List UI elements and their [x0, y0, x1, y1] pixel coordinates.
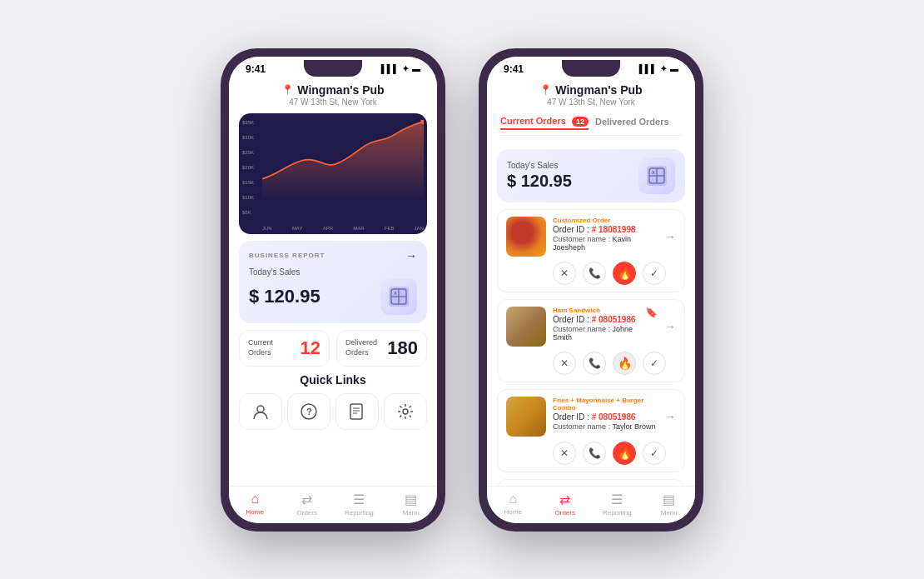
delivered-orders-label: DeliveredOrders: [345, 338, 377, 357]
chart-container: $35K $30K $25K $20K $15K $10K $5K: [239, 113, 427, 234]
orders-row: CurrentOrders 12 DeliveredOrders 180: [239, 330, 427, 367]
fire-button-1[interactable]: 🔥: [613, 262, 636, 285]
check-button-1[interactable]: ✓: [643, 262, 666, 285]
phone2-status-icons: ▌▌▌ ✦ ▬: [639, 64, 678, 73]
chart-y-label: $35K: [242, 120, 254, 125]
orders-icon2: ⇄: [559, 492, 570, 507]
tab-reporting-label: Reporting: [345, 509, 374, 517]
phone2-location-icon: 📍: [539, 84, 552, 96]
sales-banner-label: Today's Sales: [507, 161, 572, 170]
fire-button-3[interactable]: 🔥: [613, 442, 636, 465]
phone2-venue-address: 47 W 13th St, New York: [500, 97, 682, 107]
order-card-2-inner: Ham Sandwich Order ID : # 08051986 Custo…: [506, 307, 676, 347]
cancel-button-2[interactable]: ✕: [553, 352, 576, 375]
order-2-actions: ✕ 📞 🔥 ✓: [506, 352, 676, 375]
quick-link-help[interactable]: ?: [287, 393, 330, 430]
quick-link-profile[interactable]: [239, 393, 282, 430]
chart-x-label: APR: [323, 226, 333, 231]
order-2-customer: Customer name : Johne Smith: [553, 325, 638, 342]
current-orders-count: 12: [301, 337, 320, 359]
tab-menu[interactable]: ▤ Menu: [385, 492, 438, 517]
chart-x-labels: JUN MAY APR MAR FEB JAN: [262, 226, 424, 231]
call-button-3[interactable]: 📞: [583, 442, 606, 465]
reporting-icon2: ☰: [611, 492, 623, 507]
chart-y-label: $25K: [242, 150, 254, 155]
phone2-venue-name: Wingman's Pub: [555, 83, 642, 97]
delivered-orders-tab[interactable]: Delivered Orders: [595, 114, 669, 129]
cancel-button-3[interactable]: ✕: [553, 442, 576, 465]
reporting-icon: ☰: [353, 492, 365, 507]
chart-x-label: JAN: [415, 226, 424, 231]
delivered-orders-box[interactable]: DeliveredOrders 180: [336, 330, 427, 367]
quick-links-grid: ?: [239, 393, 427, 430]
quick-link-reports[interactable]: [335, 393, 379, 430]
quick-links-title: Quick Links: [229, 373, 437, 387]
svg-text:X: X: [652, 170, 655, 175]
current-orders-box[interactable]: CurrentOrders 12: [239, 330, 330, 367]
phone1-tab-bar: ⌂ Home ⇄ Orders ☰ Reporting ▤ Menu: [229, 486, 437, 523]
check-button-2[interactable]: ✓: [643, 352, 666, 375]
call-button-1[interactable]: 📞: [583, 262, 606, 285]
chart-x-label: JUN: [262, 226, 272, 231]
wifi-icon: ✦: [660, 64, 667, 73]
order-1-arrow-icon[interactable]: →: [664, 230, 676, 243]
signal-icon: ▌▌▌: [639, 64, 657, 73]
phone2-tabs-row: Current Orders 12 Delivered Orders: [500, 113, 682, 136]
sandwich-image: [506, 307, 546, 347]
question-icon: ?: [300, 402, 318, 421]
business-report-card: BUSINESS REPORT → Today's Sales $ 120.95…: [239, 241, 427, 323]
fries-image: [506, 397, 546, 437]
svg-point-13: [403, 409, 408, 414]
venue-address: 47 W 13th St, New York: [242, 97, 424, 107]
location-icon: 📍: [281, 84, 294, 96]
wifi-icon: ✦: [402, 64, 409, 73]
phone2-notch: [562, 60, 620, 77]
sales-banner-content: Today's Sales $ 120.95: [507, 161, 572, 191]
order-card-4: Ham Sandwich Order ID : # 08051986 →: [497, 479, 685, 486]
chart-y-labels: $35K $30K $25K $20K $15K $10K $5K: [242, 120, 254, 216]
order-1-type: Customized Order: [553, 217, 658, 224]
tab2-menu[interactable]: ▤ Menu: [643, 492, 696, 517]
tab2-home[interactable]: ⌂ Home: [487, 492, 539, 517]
tab2-reporting-label: Reporting: [603, 509, 632, 517]
quick-link-settings[interactable]: [384, 393, 427, 430]
tab-orders[interactable]: ⇄ Orders: [281, 492, 334, 517]
tab2-reporting[interactable]: ☰ Reporting: [591, 492, 643, 517]
report-arrow-icon[interactable]: →: [405, 249, 417, 262]
fire-button-2[interactable]: 🔥: [613, 352, 636, 375]
pizza-image: [506, 217, 546, 257]
order-3-id-value: # 08051986: [592, 412, 636, 422]
call-button-2[interactable]: 📞: [583, 352, 606, 375]
current-orders-tab[interactable]: Current Orders 12: [500, 113, 589, 130]
tab-orders-label: Orders: [297, 509, 317, 517]
battery-icon: ▬: [670, 64, 678, 73]
sales-amount: $ 120.95: [249, 286, 320, 307]
report-header: BUSINESS REPORT →: [249, 249, 417, 262]
chart-y-label: $20K: [242, 165, 254, 170]
order-1-customer-name: Kavin Joesheph: [553, 235, 631, 252]
chart-x-label: MAR: [353, 226, 364, 231]
check-button-3[interactable]: ✓: [643, 442, 666, 465]
location-row: 📍 Wingman's Pub: [242, 83, 424, 97]
chart-y-label: $5K: [242, 210, 254, 215]
gear-icon: [396, 402, 415, 421]
phone1-status-icons: ▌▌▌ ✦ ▬: [381, 64, 420, 73]
order-3-type: Fries + Mayonnaise + Burger Combo: [553, 397, 658, 412]
report-label: BUSINESS REPORT: [249, 252, 325, 259]
phone2-frame: 9:41 ▌▌▌ ✦ ▬ 📍 Wingman's Pub 47 W 13th S…: [479, 48, 703, 532]
order-card-2: Ham Sandwich Order ID : # 08051986 Custo…: [497, 299, 685, 382]
tab2-orders[interactable]: ⇄ Orders: [539, 492, 592, 517]
order-3-arrow-icon[interactable]: →: [664, 410, 676, 423]
tab-reporting[interactable]: ☰ Reporting: [333, 492, 385, 517]
order-3-actions: ✕ 📞 🔥 ✓: [506, 442, 676, 465]
orders-scroll[interactable]: Today's Sales $ 120.95 X: [487, 142, 695, 486]
tab2-home-label: Home: [504, 508, 522, 516]
order-1-info: Customized Order Order ID : # 18081998 C…: [553, 217, 658, 252]
tab-home[interactable]: ⌂ Home: [229, 492, 281, 517]
bookmark-icon: 🔖: [645, 307, 658, 318]
order-3-id: Order ID : # 08051986: [553, 412, 658, 422]
order-card-3-inner: Fries + Mayonnaise + Burger Combo Order …: [506, 397, 676, 437]
order-2-arrow-icon[interactable]: →: [664, 320, 676, 333]
cancel-button-1[interactable]: ✕: [553, 262, 576, 285]
excel-icon-svg: X: [645, 164, 668, 187]
